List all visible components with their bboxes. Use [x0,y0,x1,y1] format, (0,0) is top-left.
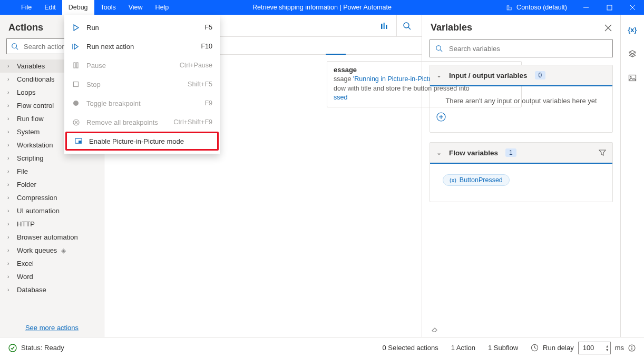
chevron-right-icon: › [7,234,13,240]
actions-category-word[interactable]: ›Word [0,270,104,283]
category-label: Folder [17,181,36,188]
debug-pause: PauseCtrl+Pause [64,56,220,75]
actions-category-ui-automation[interactable]: ›UI automation [0,204,104,217]
rail-images-button[interactable] [621,67,644,88]
search-icon [435,45,443,52]
category-label: Excel [17,260,34,267]
menu-item-accelerator: F5 [204,24,212,31]
action-count: 1 Action [451,344,475,352]
debug-stop: StopShift+F5 [64,75,220,94]
title-right: Contoso (default) [499,0,644,15]
menu-item-accelerator: F9 [204,100,212,107]
svg-rect-9 [74,82,79,87]
search-flow-button[interactable] [396,15,416,37]
category-label: UI automation [17,207,60,215]
data-icon-button[interactable] [374,15,394,37]
menu-help[interactable]: Help [149,0,175,15]
flow-variables-header[interactable]: ⌄ Flow variables 1 [430,143,612,164]
category-label: File [17,167,28,175]
menu-view[interactable]: View [122,0,149,15]
actions-category-compression[interactable]: ›Compression [0,191,104,204]
pause-icon [72,62,80,68]
debug-run[interactable]: RunF5 [64,18,220,37]
category-label: Flow control [17,102,54,110]
app-body: Actions ›Variables›Conditionals›Loops›Fl… [0,15,644,337]
actions-category-http[interactable]: ›HTTP [0,217,104,231]
flow-variables-section: ⌄ Flow variables 1 (x) ButtonPressed [430,142,613,202]
run-delay-input[interactable]: 100 ▲▼ [578,342,611,354]
window-close[interactable] [621,0,644,15]
menu-item-accelerator: Ctrl+Pause [180,62,212,69]
svg-point-33 [631,346,632,347]
io-variables-header[interactable]: ⌄ Input / output variables 0 [430,65,612,86]
chevron-right-icon: › [7,90,13,95]
chevron-right-icon: › [7,274,13,280]
ms-label: ms [615,344,624,352]
svg-point-19 [404,23,409,28]
menu-item-label: Enable Picture-in-Picture mode [89,137,203,145]
menu-item-accelerator: F10 [201,43,212,50]
variables-search[interactable] [430,39,613,57]
io-variables-count: 0 [535,71,546,79]
chevron-right-icon: › [7,261,13,266]
category-label: Workstation [17,141,53,149]
chevron-right-icon: › [7,76,13,82]
rail-variables-button[interactable]: {x} [621,19,644,40]
see-more-actions-link[interactable]: See more actions [0,320,104,337]
actions-category-database[interactable]: ›Database [0,283,104,296]
chevron-right-icon: › [7,129,13,135]
menu-tools[interactable]: Tools [94,0,122,15]
variables-search-input[interactable] [448,44,607,53]
filter-icon[interactable] [599,149,606,156]
flow-variables-body: (x) ButtonPressed [430,164,612,202]
menu-item-label: Remove all breakpoints [86,118,167,126]
chevron-right-icon: › [7,103,13,108]
chevron-right-icon: › [7,247,13,253]
add-io-variable-button[interactable] [436,112,606,122]
svg-rect-16 [381,24,383,29]
debug-run-next-action[interactable]: Run next actionF10 [64,37,220,56]
category-label: Variables [17,62,45,70]
building-icon [506,4,513,11]
svg-rect-8 [76,63,78,68]
svg-rect-15 [79,141,82,143]
debug-enable-picture-in-picture-mode[interactable]: Enable Picture-in-Picture mode [65,132,219,151]
chevron-right-icon: › [7,116,13,122]
category-label: Word [17,273,33,281]
variable-icon: (x) [450,177,456,183]
chevron-down-icon[interactable]: ⌄ [436,72,442,79]
variable-chip[interactable]: (x) ButtonPressed [443,174,510,186]
window-minimize[interactable] [574,0,598,15]
menu-edit[interactable]: Edit [38,0,62,15]
info-icon[interactable] [628,344,636,352]
actions-category-file[interactable]: ›File [0,165,104,178]
actions-category-folder[interactable]: ›Folder [0,178,104,191]
menu-item-label: Toggle breakpoint [86,100,198,107]
chevron-down-icon[interactable]: ⌄ [436,149,442,156]
svg-rect-7 [74,63,75,68]
run-delay-control: Run delay 100 ▲▼ ms [531,342,636,354]
menu-file[interactable]: File [15,0,38,15]
rail-layers-button[interactable] [621,43,644,64]
debug-remove-all-breakpoints: Remove all breakpointsCtrl+Shift+F9 [64,113,220,132]
menu-bar: File Edit Debug Tools View Help [0,0,175,15]
svg-point-30 [9,344,16,352]
remove-bp-icon [72,119,80,126]
pip-icon [74,138,83,145]
actions-category-browser-automation[interactable]: ›Browser automation [0,231,104,244]
close-variables-button[interactable] [604,24,612,32]
chevron-right-icon: › [7,195,13,201]
chevron-right-icon: › [7,287,13,293]
svg-line-20 [408,27,411,29]
menu-debug[interactable]: Debug [62,0,94,15]
actions-category-excel[interactable]: ›Excel [0,257,104,270]
eraser-icon[interactable] [422,320,620,337]
svg-rect-34 [631,347,632,350]
window-maximize[interactable] [598,0,621,15]
actions-category-work-queues[interactable]: ›Work queues ◈ [0,244,104,257]
menu-item-label: Pause [86,62,173,69]
debug-dropdown-menu: RunF5Run next actionF10PauseCtrl+PauseSt… [64,15,220,154]
chevron-right-icon: › [7,155,13,161]
environment-picker[interactable]: Contoso (default) [499,4,574,11]
spinner-icon[interactable]: ▲▼ [606,344,609,352]
